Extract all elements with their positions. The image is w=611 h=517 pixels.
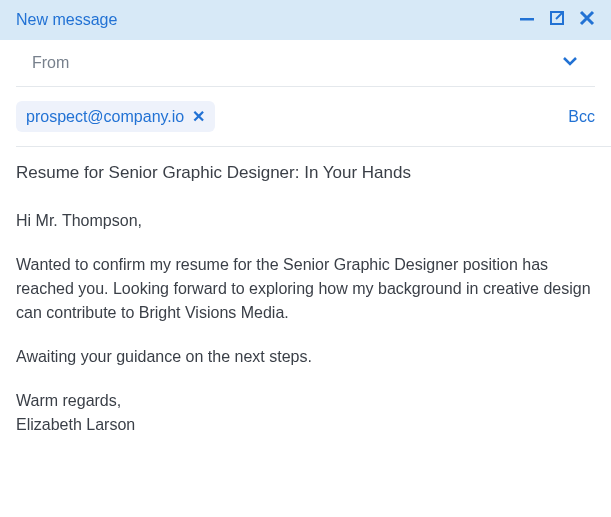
to-row[interactable]: prospect@company.io ✕ Bcc: [16, 87, 611, 147]
recipient-chip[interactable]: prospect@company.io ✕: [16, 101, 215, 132]
recipient-email: prospect@company.io: [26, 108, 184, 126]
titlebar: New message: [0, 0, 611, 40]
remove-recipient-icon[interactable]: ✕: [192, 107, 205, 126]
from-label: From: [32, 54, 69, 72]
body-greeting: Hi Mr. Thompson,: [16, 209, 595, 233]
email-body[interactable]: Hi Mr. Thompson, Wanted to confirm my re…: [16, 199, 611, 453]
body-paragraph: Wanted to confirm my resume for the Seni…: [16, 253, 595, 325]
minimize-icon[interactable]: [519, 10, 535, 30]
titlebar-actions: [519, 10, 595, 30]
bcc-button[interactable]: Bcc: [568, 108, 595, 126]
popout-icon[interactable]: [549, 10, 565, 30]
svg-rect-0: [520, 18, 534, 21]
window-title: New message: [16, 11, 117, 29]
chevron-down-icon[interactable]: [561, 52, 579, 74]
subject-row: [16, 147, 611, 199]
body-paragraph: Awaiting your guidance on the next steps…: [16, 345, 595, 369]
close-icon[interactable]: [579, 10, 595, 30]
body-closing: Warm regards, Elizabeth Larson: [16, 389, 595, 437]
from-row[interactable]: From: [16, 40, 595, 87]
subject-input[interactable]: [16, 163, 595, 183]
